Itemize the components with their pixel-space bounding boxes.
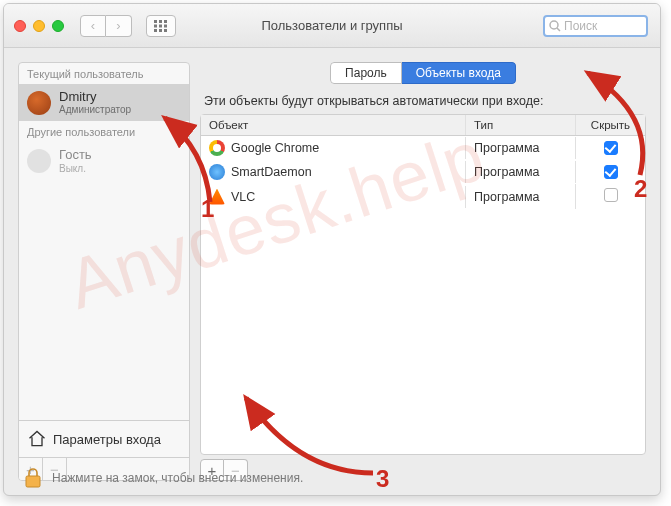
- table-row[interactable]: VLCПрограмма: [201, 184, 645, 209]
- svg-rect-2: [164, 20, 167, 23]
- avatar: [27, 149, 51, 173]
- svg-rect-3: [154, 24, 157, 27]
- svg-line-10: [557, 28, 560, 31]
- lock-bar: Нажмите на замок, чтобы внести изменения…: [24, 468, 303, 488]
- item-type: Программа: [465, 186, 575, 208]
- preferences-window: ‹ › Пользователи и группы Поиск Текущий …: [3, 3, 661, 496]
- svg-rect-7: [159, 29, 162, 32]
- app-icon: [209, 189, 225, 205]
- svg-rect-8: [164, 29, 167, 32]
- user-role: Выкл.: [59, 163, 92, 174]
- svg-rect-0: [154, 20, 157, 23]
- hide-checkbox[interactable]: [604, 165, 618, 179]
- show-all-button[interactable]: [146, 15, 176, 37]
- sidebar-user-current[interactable]: Dmitry Администратор: [19, 84, 189, 121]
- sidebar-user-guest[interactable]: Гость Выкл.: [19, 142, 189, 179]
- table-row[interactable]: SmartDaemonПрограмма: [201, 160, 645, 184]
- table-header: Объект Тип Скрыть: [201, 115, 645, 136]
- svg-rect-5: [164, 24, 167, 27]
- hide-checkbox[interactable]: [604, 188, 618, 202]
- search-field[interactable]: Поиск: [543, 15, 648, 37]
- main-panel: Пароль Объекты входа Эти объекты будут о…: [200, 62, 646, 481]
- users-sidebar: Текущий пользователь Dmitry Администрато…: [18, 62, 190, 481]
- nav-buttons: ‹ ›: [80, 15, 132, 37]
- col-object: Объект: [201, 115, 465, 135]
- table-row[interactable]: Google ChromeПрограмма: [201, 136, 645, 160]
- search-placeholder: Поиск: [564, 19, 597, 33]
- sidebar-header-current: Текущий пользователь: [19, 63, 189, 84]
- item-name: VLC: [231, 190, 255, 204]
- window-controls: [14, 20, 64, 32]
- item-name: Google Chrome: [231, 141, 319, 155]
- item-type: Программа: [465, 137, 575, 159]
- login-items-table: Объект Тип Скрыть Google ChromeПрограмма…: [200, 114, 646, 455]
- col-type: Тип: [465, 115, 575, 135]
- login-items-description: Эти объекты будут открываться автоматиче…: [200, 94, 646, 108]
- svg-rect-11: [26, 476, 40, 487]
- svg-point-9: [550, 21, 558, 29]
- user-name: Гость: [59, 148, 92, 162]
- sidebar-header-other: Другие пользователи: [19, 121, 189, 142]
- avatar: [27, 91, 51, 115]
- zoom-window-button[interactable]: [52, 20, 64, 32]
- tab-password[interactable]: Пароль: [330, 62, 402, 84]
- user-name: Dmitry: [59, 90, 131, 104]
- user-role: Администратор: [59, 104, 131, 115]
- item-name: SmartDaemon: [231, 165, 312, 179]
- close-window-button[interactable]: [14, 20, 26, 32]
- window-body: Текущий пользователь Dmitry Администрато…: [4, 48, 660, 495]
- hide-checkbox[interactable]: [604, 141, 618, 155]
- app-icon: [209, 140, 225, 156]
- login-options-button[interactable]: Параметры входа: [19, 420, 189, 457]
- house-icon: [27, 429, 47, 449]
- lock-text: Нажмите на замок, чтобы внести изменения…: [52, 471, 303, 485]
- titlebar: ‹ › Пользователи и группы Поиск: [4, 4, 660, 48]
- lock-icon[interactable]: [24, 468, 42, 488]
- window-title: Пользователи и группы: [261, 18, 402, 33]
- minimize-window-button[interactable]: [33, 20, 45, 32]
- item-type: Программа: [465, 161, 575, 183]
- tab-login-items[interactable]: Объекты входа: [402, 62, 516, 84]
- app-icon: [209, 164, 225, 180]
- svg-rect-4: [159, 24, 162, 27]
- col-hide: Скрыть: [575, 115, 645, 135]
- forward-button[interactable]: ›: [106, 15, 132, 37]
- back-button[interactable]: ‹: [80, 15, 106, 37]
- search-icon: [549, 20, 561, 32]
- svg-rect-6: [154, 29, 157, 32]
- tab-bar: Пароль Объекты входа: [200, 62, 646, 84]
- svg-rect-1: [159, 20, 162, 23]
